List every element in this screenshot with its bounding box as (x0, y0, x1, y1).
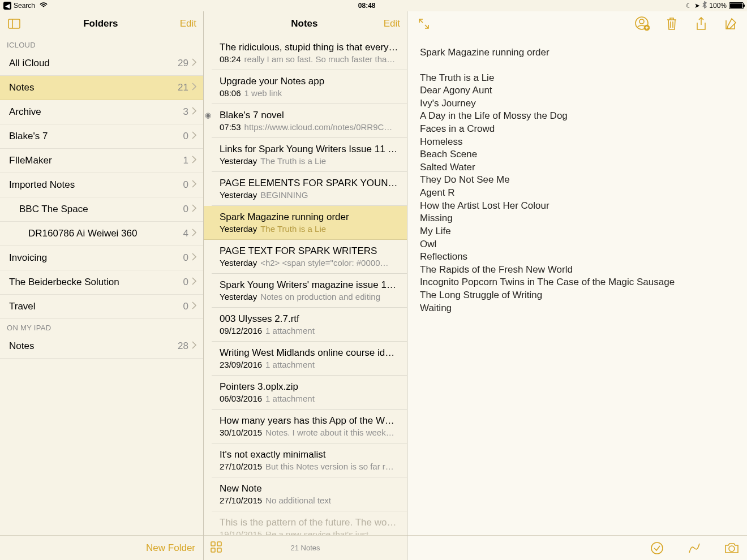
status-bar: ◀ Search 08:48 ☾ ➤ 100% (0, 0, 747, 11)
note-row-title: Links for Spark Young Writers Issue 11 p… (220, 144, 399, 155)
note-row[interactable]: Links for Spark Young Writers Issue 11 p… (212, 138, 407, 172)
note-row-title: Spark Magazine running order (220, 212, 399, 223)
note-row[interactable]: How many years has this App of the We… 3… (212, 410, 407, 443)
chevron-right-icon (192, 82, 196, 93)
location-icon: ➤ (694, 2, 700, 10)
back-to-app-icon[interactable]: ◀ (3, 2, 11, 10)
chevron-right-icon (192, 155, 196, 166)
folder-row[interactable]: All iCloud 29 (0, 51, 203, 76)
sketch-icon[interactable] (687, 541, 702, 555)
note-body-line: A Day in the Life of Mossy the Dog (420, 110, 735, 123)
folder-count: 0 (183, 301, 188, 312)
note-row-title: Blake's 7 novel (220, 110, 399, 121)
back-to-app-label[interactable]: Search (14, 2, 35, 10)
folder-section-label: ON MY IPAD (0, 319, 203, 334)
note-row[interactable]: Spark Magazine running order YesterdayTh… (204, 206, 407, 240)
folder-name: Travel (9, 301, 183, 312)
note-row-title: Pointers 3.oplx.zip (220, 381, 399, 393)
chevron-right-icon (192, 228, 196, 239)
note-title: Spark Magazine running order (420, 46, 735, 59)
share-icon[interactable] (694, 16, 709, 31)
note-row-title: This is the pattern of the future. The w… (220, 517, 399, 528)
note-row[interactable]: Pointers 3.oplx.zip 06/03/20161 attachme… (212, 376, 407, 410)
note-row-meta: 30/10/2015Notes. I wrote about it this w… (220, 428, 399, 437)
note-row[interactable]: The ridiculous, stupid thing is that eve… (212, 36, 407, 70)
folder-row[interactable]: BBC The Space 0 (0, 197, 203, 222)
folder-name: The Beiderbecke Solution (9, 277, 183, 288)
svg-rect-2 (211, 542, 215, 546)
note-row-title: It's not exactly minimalist (220, 449, 399, 460)
note-row-title: New Note (220, 483, 399, 494)
chevron-right-icon (192, 131, 196, 142)
compose-icon[interactable] (723, 16, 738, 31)
note-editor-column: Spark Magazine running order The Truth i… (407, 11, 747, 560)
note-body-line: Salted Water (420, 161, 735, 174)
notes-list-column: Notes Edit The ridiculous, stupid thing … (204, 11, 407, 560)
folder-row[interactable]: Travel 0 (0, 295, 203, 319)
note-row[interactable]: PAGE ELEMENTS FOR SPARK YOUNG… Yesterday… (212, 172, 407, 206)
notes-title: Notes (225, 18, 384, 29)
bluetooth-icon (702, 1, 707, 10)
note-body-line: Ivy's Journey (420, 97, 735, 110)
folders-edit-button[interactable]: Edit (180, 18, 196, 29)
folder-name: Notes (9, 82, 178, 93)
note-body-line: The Truth is a Lie (420, 72, 735, 85)
sidebar-toggle-icon[interactable] (7, 16, 22, 31)
trash-icon[interactable] (664, 16, 679, 31)
note-row-title: Writing West Midlands online course ide… (220, 347, 399, 359)
note-body-line: The Rapids of the Fresh New World (420, 264, 735, 277)
note-body-line: My Life (420, 225, 735, 238)
note-body-line: Owl (420, 238, 735, 251)
note-row-meta: YesterdayThe Truth is a Lie (220, 224, 399, 234)
folder-count: 3 (183, 106, 188, 118)
note-editor-body[interactable]: Spark Magazine running order The Truth i… (407, 36, 747, 535)
note-row[interactable]: PAGE TEXT FOR SPARK WRITERS Yesterday<h2… (212, 240, 407, 274)
do-not-disturb-icon: ☾ (686, 2, 692, 10)
folder-row[interactable]: Invoicing 0 (0, 246, 203, 270)
folder-row[interactable]: FIleMaker 1 (0, 149, 203, 173)
folder-row[interactable]: Notes 21 (0, 76, 203, 100)
note-row[interactable]: Upgrade your Notes app 08:061 web link (212, 70, 407, 104)
note-row-meta: Yesterday<h2> <span style="color: #0000… (220, 258, 399, 268)
note-row-title: Spark Young Writers' magazine issue 11… (220, 279, 399, 291)
svg-rect-4 (211, 548, 215, 552)
chevron-right-icon (192, 277, 196, 288)
checklist-icon[interactable] (650, 541, 664, 555)
note-row[interactable]: This is the pattern of the future. The w… (212, 511, 407, 535)
note-row[interactable]: Spark Young Writers' magazine issue 11… … (212, 274, 407, 308)
folder-name: DR160786 Ai Weiwei 360 (28, 228, 183, 239)
svg-point-10 (729, 546, 735, 552)
folder-name: Notes (9, 341, 178, 352)
folder-row[interactable]: DR160786 Ai Weiwei 360 4 (0, 222, 203, 246)
folder-name: BBC The Space (19, 204, 183, 215)
note-row[interactable]: 003 Ulysses 2.7.rtf 09/12/20161 attachme… (212, 308, 407, 342)
folder-row[interactable]: Notes 28 (0, 334, 203, 359)
folder-row[interactable]: The Beiderbecke Solution 0 (0, 270, 203, 295)
folders-column: Folders Edit ICLOUDAll iCloud 29 Notes 2… (0, 11, 204, 560)
note-row-meta: 27/10/2015No additional text (220, 496, 399, 505)
chevron-right-icon (192, 179, 196, 191)
note-row[interactable]: New Note 27/10/2015No additional text (212, 477, 407, 511)
folder-count: 0 (183, 252, 188, 264)
attachments-grid-icon[interactable] (211, 541, 222, 554)
note-row-meta: 08:24really I am so fast. So much faster… (220, 54, 399, 64)
chevron-right-icon (192, 341, 196, 352)
note-row-meta: 08:061 web link (220, 88, 399, 98)
note-body-line: Faces in a Crowd (420, 123, 735, 136)
camera-icon[interactable] (724, 541, 739, 555)
add-person-icon[interactable] (635, 16, 650, 31)
note-body-line: Agent R (420, 187, 735, 200)
folder-row[interactable]: Imported Notes 0 (0, 173, 203, 197)
folder-row[interactable]: Blake's 7 0 (0, 124, 203, 149)
folder-count: 4 (183, 228, 188, 239)
note-row[interactable]: Writing West Midlands online course ide…… (212, 342, 407, 376)
note-row[interactable]: ◉ Blake's 7 novel 07:53https://www.iclou… (212, 104, 407, 138)
battery-icon (729, 2, 744, 9)
notes-edit-button[interactable]: Edit (384, 18, 400, 29)
folder-name: Imported Notes (9, 179, 183, 191)
note-row[interactable]: It's not exactly minimalist 27/10/2015Bu… (212, 443, 407, 477)
folder-count: 0 (183, 204, 188, 215)
expand-icon[interactable] (417, 16, 431, 31)
folder-row[interactable]: Archive 3 (0, 100, 203, 124)
new-folder-button[interactable]: New Folder (146, 542, 195, 554)
